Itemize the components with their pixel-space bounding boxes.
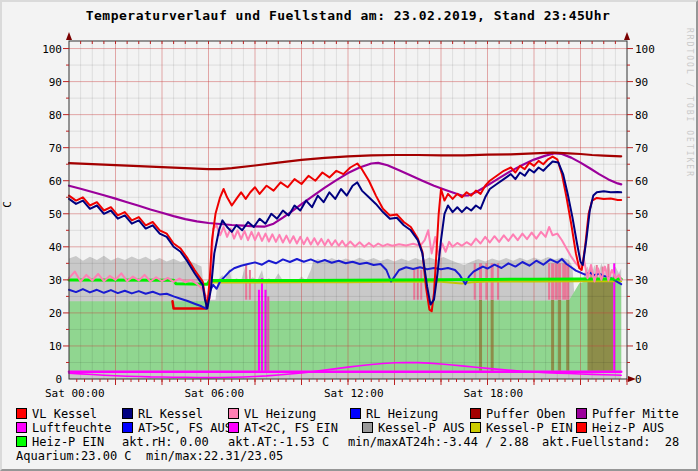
legend-label: akt.Fuellstand: 28 [542, 435, 679, 449]
legend-label: Heiz-P EIN [32, 435, 104, 449]
legend-swatch [228, 422, 239, 433]
y-tick-label-left: 90 [28, 77, 62, 88]
y-tick-label-left: 40 [28, 242, 62, 253]
y-tick-label-left: 60 [28, 176, 62, 187]
legend-swatch [16, 422, 27, 433]
legend-label: AT>5C, FS AUS [138, 421, 232, 435]
y-tick-label-right: 0 [635, 374, 669, 385]
readout-minmax-at: min/maxAT24h:-3.44 / 2.88 [348, 436, 529, 449]
legend-row: Aquarium:23.00 C min/max:22.31/23.05 [2, 450, 696, 464]
y-tick-label-left: 70 [28, 143, 62, 154]
legend-row: VL KesselRL KesselVL HeizungRL HeizungPu… [2, 408, 696, 422]
y-tick-label-left: 20 [28, 308, 62, 319]
legend-swatch [228, 408, 239, 419]
y-tick-label-right: 90 [635, 77, 669, 88]
legend-label: RL Heizung [366, 407, 438, 421]
legend-heiz-p-ein: Heiz-P EIN [16, 436, 104, 449]
legend-vl-kessel: VL Kessel [16, 408, 97, 421]
y-tick-label-left: 0 [28, 374, 62, 385]
y-tick-label-left: 30 [28, 275, 62, 286]
legend-label: VL Kessel [32, 407, 97, 421]
readout-akt-rh: akt.rH: 0.00 [122, 436, 209, 449]
legend-label: AT<2C, FS EIN [244, 421, 338, 435]
y-tick-label-right: 10 [635, 341, 669, 352]
legend-label: Puffer Mitte [592, 407, 679, 421]
legend-swatch [122, 422, 133, 433]
y-tick-label-right: 30 [635, 275, 669, 286]
legend-label: Kessel-P EIN [486, 421, 573, 435]
legend-rl-kessel: RL Kessel [122, 408, 203, 421]
x-tick-label: Sat 18:00 [464, 388, 524, 399]
legend-at-lt2: AT<2C, FS EIN [228, 422, 338, 435]
legend-label: Aquarium:23.00 C min/max:22.31/23.05 [16, 449, 283, 463]
legend-swatch [470, 408, 481, 419]
legend-kessel-p-ein: Kessel-P EIN [470, 422, 573, 435]
legend-row: LuftfeuchteAT>5C, FS AUSAT<2C, FS EINKes… [2, 422, 696, 436]
legend-swatch [576, 422, 587, 433]
status-stripe [258, 290, 260, 371]
x-tick-label: Sat 06:00 [185, 388, 245, 399]
legend-kessel-p-aus: Kessel-P AUS [362, 422, 465, 435]
status-stripe [267, 296, 269, 370]
y-tick-label-right: 50 [635, 209, 669, 220]
legend-rl-heizung: RL Heizung [350, 408, 438, 421]
rrdtool-graph: Temperaturverlauf und Fuellstand am: 23.… [0, 0, 698, 471]
legend-label: Kessel-P AUS [378, 421, 465, 435]
legend-swatch [122, 408, 133, 419]
legend-at-gt5: AT>5C, FS AUS [122, 422, 232, 435]
y-tick-label-right: 100 [635, 44, 669, 55]
legend-label: Luftfeuchte [32, 421, 111, 435]
x-tick-label: Sat 12:00 [324, 388, 384, 399]
status-stripe [558, 300, 561, 371]
legend-swatch [362, 422, 373, 433]
y-tick-label-right: 60 [635, 176, 669, 187]
y-tick-label-left: 10 [28, 341, 62, 352]
legend-label: akt.AT:-1.53 C [228, 435, 329, 449]
readout-akt-at: akt.AT:-1.53 C [228, 436, 329, 449]
status-stripe [420, 270, 422, 300]
legend-heiz-p-aus: Heiz-P AUS [576, 422, 664, 435]
y-tick-label-right: 40 [635, 242, 669, 253]
readout-fuellstand: akt.Fuellstand: 28 [542, 436, 679, 449]
x-tick-label: Sat 00:00 [45, 388, 105, 399]
readout-aquarium: Aquarium:23.00 C min/max:22.31/23.05 [16, 450, 283, 463]
status-stripe [479, 300, 482, 371]
plot-area [63, 32, 636, 385]
status-stripe [249, 270, 251, 300]
legend-swatch [350, 408, 361, 419]
legend-puffer-oben: Puffer Oben [470, 408, 565, 421]
legend-label: RL Kessel [138, 407, 203, 421]
area-olive-band [587, 282, 613, 371]
legend-label: VL Heizung [244, 407, 316, 421]
legend-label: Puffer Oben [486, 407, 565, 421]
status-stripe [551, 300, 554, 371]
y-tick-label-left: 80 [28, 110, 62, 121]
y-tick-label-right: 70 [635, 143, 669, 154]
status-stripe [413, 270, 415, 300]
legend-vl-heizung: VL Heizung [228, 408, 316, 421]
y-tick-label-right: 80 [635, 110, 669, 121]
legend-row: Heiz-P EINakt.rH: 0.00akt.AT:-1.53 Cmin/… [2, 436, 696, 450]
status-stripe [261, 278, 263, 371]
y-tick-label-right: 20 [635, 308, 669, 319]
legend-swatch [470, 422, 481, 433]
legend-swatch [576, 408, 587, 419]
y-tick-label-left: 100 [28, 44, 62, 55]
legend-puffer-mitte: Puffer Mitte [576, 408, 679, 421]
legend-swatch [16, 408, 27, 419]
legend-swatch [16, 436, 27, 447]
legend-label: Heiz-P AUS [592, 421, 664, 435]
legend-label: akt.rH: 0.00 [122, 435, 209, 449]
legend-luftfeuchte: Luftfeuchte [16, 422, 111, 435]
y-tick-label-left: 50 [28, 209, 62, 220]
legend-label: min/maxAT24h:-3.44 / 2.88 [348, 435, 529, 449]
status-stripe [491, 300, 494, 371]
